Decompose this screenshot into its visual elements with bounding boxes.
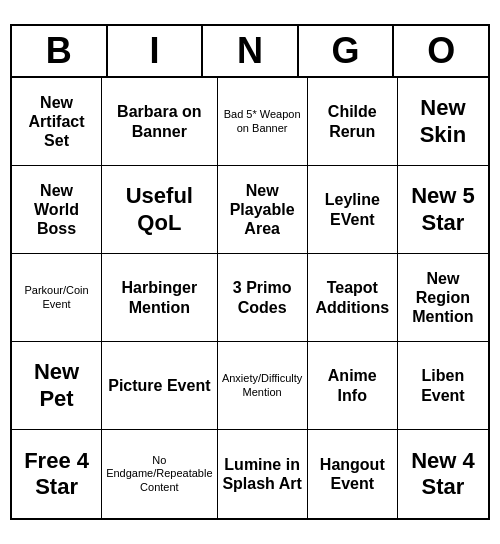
bingo-cell-13: Teapot Additions <box>308 254 398 342</box>
bingo-card: BINGO New Artifact SetBarbara on BannerB… <box>10 24 490 520</box>
bingo-cell-3: Childe Rerun <box>308 78 398 166</box>
header-letter-G: G <box>299 26 395 76</box>
header-letter-B: B <box>12 26 108 76</box>
bingo-cell-11: Harbinger Mention <box>102 254 217 342</box>
bingo-cell-14: New Region Mention <box>398 254 488 342</box>
header-letter-I: I <box>108 26 204 76</box>
header-letter-N: N <box>203 26 299 76</box>
bingo-cell-23: Hangout Event <box>308 430 398 518</box>
bingo-cell-4: New Skin <box>398 78 488 166</box>
bingo-grid: New Artifact SetBarbara on BannerBad 5* … <box>12 78 488 518</box>
bingo-cell-21: No Endgame/Repeatable Content <box>102 430 217 518</box>
bingo-cell-15: New Pet <box>12 342 102 430</box>
bingo-cell-19: Liben Event <box>398 342 488 430</box>
bingo-cell-5: New World Boss <box>12 166 102 254</box>
bingo-cell-9: New 5 Star <box>398 166 488 254</box>
bingo-header: BINGO <box>12 26 488 78</box>
bingo-cell-17: Anxiety/Difficulty Mention <box>218 342 308 430</box>
bingo-cell-24: New 4 Star <box>398 430 488 518</box>
bingo-cell-22: Lumine in Splash Art <box>218 430 308 518</box>
bingo-cell-8: Leyline EVent <box>308 166 398 254</box>
bingo-cell-0: New Artifact Set <box>12 78 102 166</box>
bingo-cell-16: Picture Event <box>102 342 217 430</box>
bingo-cell-10: Parkour/Coin Event <box>12 254 102 342</box>
bingo-cell-1: Barbara on Banner <box>102 78 217 166</box>
bingo-cell-6: Useful QoL <box>102 166 217 254</box>
bingo-cell-7: New Playable Area <box>218 166 308 254</box>
bingo-cell-2: Bad 5* Weapon on Banner <box>218 78 308 166</box>
bingo-cell-20: Free 4 Star <box>12 430 102 518</box>
bingo-cell-12: 3 Primo Codes <box>218 254 308 342</box>
header-letter-O: O <box>394 26 488 76</box>
bingo-cell-18: Anime Info <box>308 342 398 430</box>
